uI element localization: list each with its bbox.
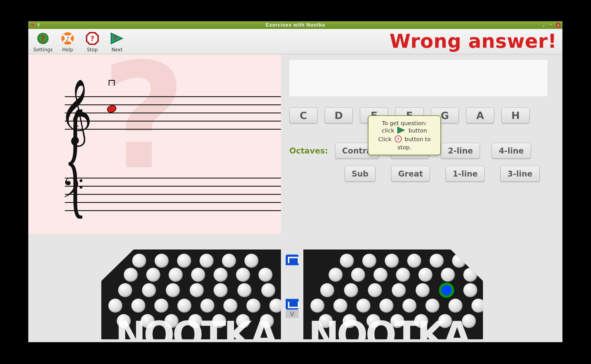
bandoneon-button[interactable]: [402, 299, 416, 313]
bandoneon-button[interactable]: [200, 254, 214, 268]
bandoneon-button[interactable]: [214, 283, 228, 297]
bandoneon-button[interactable]: [448, 299, 462, 313]
bellows-neutral-button[interactable]: V: [286, 310, 299, 318]
tooltip-line2: click ? button: [372, 127, 437, 135]
note-button-c[interactable]: C: [289, 107, 317, 123]
octave-button-sub[interactable]: Sub: [345, 166, 375, 182]
bandoneon-button[interactable]: [131, 299, 145, 313]
svg-text:?: ?: [113, 35, 117, 42]
bandoneon-button[interactable]: [118, 283, 132, 297]
bandoneon-button[interactable]: [222, 254, 236, 268]
octave-button-4line[interactable]: 4-line: [492, 143, 531, 159]
note-button-h[interactable]: H: [501, 107, 530, 123]
bandoneon-button[interactable]: [108, 299, 122, 313]
stop-sign-icon: ?: [395, 135, 402, 144]
bellows-close-button[interactable]: [286, 299, 299, 310]
settings-button[interactable]: ? Settings: [31, 31, 55, 52]
svg-text:?: ?: [399, 128, 402, 132]
next-play-icon: ?: [105, 31, 129, 46]
window-controls: ⌄ ⌃ ×: [541, 23, 561, 28]
close-button[interactable]: ×: [556, 23, 561, 28]
bandoneon-button[interactable]: [177, 299, 191, 313]
stop-sign-icon: ?: [80, 31, 105, 46]
bandoneon-button[interactable]: [244, 254, 258, 268]
bandoneon-button[interactable]: [155, 254, 169, 268]
bandoneon-button[interactable]: [261, 283, 275, 297]
svg-text:?: ?: [41, 35, 45, 43]
tooltip-line3: Click ? button to stop.: [372, 135, 437, 151]
bandoneon-button[interactable]: [418, 268, 432, 282]
bandoneon-button[interactable]: [146, 268, 160, 282]
bandoneon-button[interactable]: [425, 299, 439, 313]
next-button[interactable]: ? Next: [105, 31, 129, 52]
stop-label: Stop: [80, 47, 105, 52]
bandoneon-button[interactable]: [340, 254, 354, 268]
bandoneon-button[interactable]: [344, 283, 358, 297]
help-button[interactable]: ♪ Help: [55, 31, 80, 52]
bandoneon-button[interactable]: [407, 254, 421, 268]
bandoneon-button[interactable]: [441, 268, 455, 282]
note-button-a[interactable]: A: [466, 107, 494, 123]
bandoneon-button[interactable]: [214, 268, 228, 282]
bandoneon-button[interactable]: [166, 283, 180, 297]
next-play-icon: ?: [397, 127, 406, 135]
bass-staff: [65, 178, 281, 218]
bandoneon-button[interactable]: [374, 268, 388, 282]
instrument-panel: NOOTKA V NOOTKA: [84, 249, 500, 342]
bellows-open-button[interactable]: [286, 255, 299, 265]
bandoneon-button[interactable]: [142, 283, 156, 297]
titlebar: ❤ ✎ Exercises with Nootka ⌄ ⌃ ×: [28, 21, 562, 29]
bandoneon-button[interactable]: [351, 268, 365, 282]
bandoneon-button[interactable]: [190, 283, 204, 297]
score-panel[interactable]: { 𝄞 𝄢: [28, 54, 281, 234]
bandoneon-button[interactable]: [236, 268, 250, 282]
toolbar: ? Settings ♪ Help: [28, 29, 562, 54]
bandoneon-button[interactable]: [463, 268, 477, 282]
content-area: { 𝄞 𝄢 C D E F G A H: [28, 54, 562, 342]
note-name-row: C D E F G A H To get question: click ? b…: [289, 107, 548, 123]
bandoneon-button[interactable]: [223, 299, 237, 313]
octave-button-great[interactable]: Great: [391, 166, 430, 182]
bandoneon-button[interactable]: [124, 268, 138, 282]
maximize-button[interactable]: ⌃: [548, 23, 553, 28]
bandoneon-button[interactable]: [362, 254, 376, 268]
bandoneon-button[interactable]: [154, 299, 168, 313]
bandoneon-button[interactable]: [356, 299, 370, 313]
octave-button-3line[interactable]: 3-line: [500, 166, 539, 182]
bandoneon-right[interactable]: NOOTKA: [303, 249, 483, 339]
next-label: Next: [105, 47, 129, 52]
bandoneon-button[interactable]: [392, 283, 406, 297]
bandoneon-button[interactable]: [200, 299, 214, 313]
bandoneon-button[interactable]: [320, 283, 334, 297]
bandoneon-button[interactable]: [246, 299, 260, 313]
bandoneon-button[interactable]: [379, 299, 393, 313]
bandoneon-button[interactable]: [177, 254, 191, 268]
bandoneon-button[interactable]: [258, 268, 272, 282]
bandoneon-button[interactable]: [396, 268, 410, 282]
bandoneon-button[interactable]: [191, 268, 205, 282]
bandoneon-button[interactable]: [430, 254, 444, 268]
bandoneon-button[interactable]: [452, 254, 466, 268]
bandoneon-button[interactable]: [237, 283, 251, 297]
bandoneon-left[interactable]: NOOTKA: [101, 249, 281, 339]
octave-button-1line[interactable]: 1-line: [446, 166, 485, 182]
bandoneon-button[interactable]: [132, 254, 146, 268]
octave-button-2line[interactable]: 2-line: [441, 143, 480, 159]
bandoneon-button[interactable]: [463, 283, 477, 297]
bandoneon-button[interactable]: [169, 268, 183, 282]
note-button-d[interactable]: D: [325, 107, 353, 123]
answer-panel: C D E F G A H To get question: click ? b…: [289, 60, 548, 189]
stop-button[interactable]: ? Stop: [80, 31, 105, 52]
bandoneon-button[interactable]: [416, 283, 430, 297]
brand-text: NOOTKA: [308, 313, 469, 339]
bandoneon-button[interactable]: [471, 299, 483, 313]
bandoneon-button[interactable]: [368, 283, 382, 297]
svg-text:?: ?: [90, 35, 94, 43]
bandoneon-button-highlighted[interactable]: [439, 283, 453, 297]
bandoneon-button[interactable]: [310, 299, 324, 313]
bandoneon-button[interactable]: [269, 299, 281, 313]
bandoneon-button[interactable]: [385, 254, 399, 268]
bandoneon-button[interactable]: [329, 268, 343, 282]
minimize-button[interactable]: ⌄: [541, 23, 546, 28]
bandoneon-button[interactable]: [333, 299, 347, 313]
